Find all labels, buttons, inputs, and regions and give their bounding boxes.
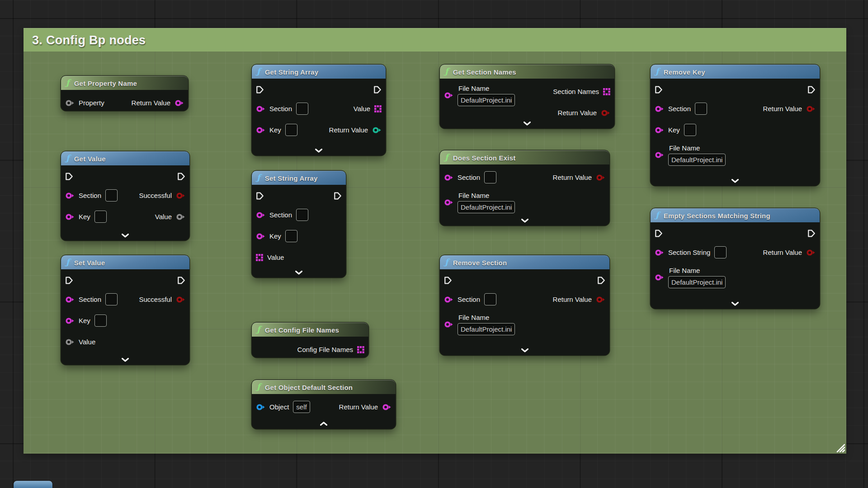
string-pin-icon[interactable] [444,92,453,99]
wildcard-pin-icon[interactable] [65,338,75,346]
node-header[interactable]: ƒRemove Section [440,255,609,269]
node-get-section-names[interactable]: ƒGet Section NamesFile NameDefaultProjec… [440,65,614,128]
node-get-property-name[interactable]: ƒGet Property NamePropertyReturn Value [61,76,188,111]
node-header[interactable]: ƒRemove Key [651,65,820,79]
pin-text-field[interactable]: DefaultProject.ini [458,323,515,335]
node-expander-button[interactable] [318,421,329,427]
exec-pin-icon[interactable] [373,85,382,94]
pin-text-field[interactable]: DefaultProject.ini [458,94,515,106]
exec-pin-icon[interactable] [177,172,185,181]
exec-pin-icon[interactable] [177,276,185,285]
string-pin-icon[interactable] [655,105,664,113]
pin-text-field[interactable] [94,314,107,327]
pin-text-field[interactable] [484,171,496,183]
string-pin-icon[interactable] [65,192,75,199]
string-pin-icon[interactable] [256,127,265,134]
pin-text-field[interactable] [684,124,696,136]
pin-text-field[interactable]: self [293,401,310,413]
node-header[interactable]: ƒSet Value [61,255,189,269]
pin-text-field[interactable] [296,209,308,221]
comment-header[interactable]: 3. Config Bp nodes [24,28,846,52]
node-expander-button[interactable] [519,218,530,223]
bool-pin-icon[interactable] [806,105,816,113]
node-set-value[interactable]: ƒSet ValueSectionKeyValueSuccessful [61,255,189,365]
exec-pin-icon[interactable] [655,229,663,238]
node-get-object-default-section[interactable]: ƒGet Object Default SectionObjectselfRet… [252,380,396,429]
node-get-config-file-names[interactable]: ƒGet Config File NamesConfig File Names [252,323,368,357]
pin-text-field[interactable]: DefaultProject.ini [668,276,726,288]
string-array-pin-icon[interactable] [603,88,610,95]
node-header[interactable]: ƒGet Property Name [61,76,188,90]
string-pin-icon[interactable] [444,199,453,206]
bool-pin-icon[interactable] [596,174,605,181]
partial-node-below[interactable] [14,481,52,488]
exec-pin-icon[interactable] [256,192,264,200]
node-expander-button[interactable] [519,347,530,353]
string-pin-icon[interactable] [444,296,453,303]
string-pin-icon[interactable] [175,99,184,107]
pin-text-field[interactable] [94,211,107,223]
string-pin-icon[interactable] [65,296,75,303]
node-expander-button[interactable] [120,233,131,238]
pin-text-field[interactable] [484,293,496,305]
wildcard-pin-icon[interactable] [65,99,75,107]
node-header[interactable]: ƒEmpty Sections Matching String [651,208,820,222]
node-header[interactable]: ƒGet Config File Names [252,323,368,337]
node-header[interactable]: ƒGet Object Default Section [252,380,396,394]
string-pin-icon[interactable] [655,151,664,159]
node-does-section-exist[interactable]: ƒDoes Section ExistSectionFile NameDefau… [440,150,609,225]
string-pin-icon[interactable] [65,213,75,221]
node-get-value[interactable]: ƒGet ValueSectionKeySuccessfulValue [61,151,189,240]
string-array-pin-icon[interactable] [256,254,263,261]
bool-pin-icon[interactable] [596,296,605,303]
node-header[interactable]: ƒSet String Array [252,171,346,185]
exec-pin-icon[interactable] [65,172,73,181]
node-set-string-array[interactable]: ƒSet String ArraySectionKeyValue [252,171,346,277]
node-header[interactable]: ƒGet Section Names [440,65,614,79]
node-expander-button[interactable] [730,301,741,306]
node-expander-button[interactable] [293,270,304,275]
teal-pin-icon[interactable] [372,127,382,134]
object-pin-icon[interactable] [256,404,265,411]
comment-resize-handle-icon[interactable] [835,442,845,452]
node-get-string-array[interactable]: ƒGet String ArraySectionKeyValueReturn V… [252,65,386,155]
exec-pin-icon[interactable] [655,85,663,94]
node-expander-button[interactable] [120,357,131,362]
string-pin-icon[interactable] [256,105,265,113]
string-pin-icon[interactable] [382,404,392,411]
pin-text-field[interactable]: DefaultProject.ini [458,201,515,213]
exec-pin-icon[interactable] [807,229,816,238]
string-pin-icon[interactable] [256,211,265,219]
blueprint-graph-canvas[interactable]: 3. Config Bp nodes ƒGet Property NamePro… [0,0,868,488]
node-header[interactable]: ƒGet Value [61,151,189,165]
node-header[interactable]: ƒDoes Section Exist [440,150,609,164]
node-expander-button[interactable] [313,148,324,153]
pin-text-field[interactable] [285,124,297,136]
node-remove-key[interactable]: ƒRemove KeySectionKeyFile NameDefaultPro… [651,65,820,186]
exec-pin-icon[interactable] [807,85,816,94]
node-header[interactable]: ƒGet String Array [252,65,386,79]
pin-text-field[interactable] [296,103,308,115]
pin-text-field[interactable] [695,103,707,115]
node-expander-button[interactable] [522,121,533,126]
exec-pin-icon[interactable] [444,276,452,285]
pin-text-field[interactable] [714,246,726,258]
pin-text-field[interactable] [105,293,118,305]
exec-pin-icon[interactable] [256,85,264,94]
node-empty-sections-matching-string[interactable]: ƒEmpty Sections Matching StringSection S… [651,208,820,309]
string-pin-icon[interactable] [655,274,664,281]
string-array-pin-icon[interactable] [374,105,382,113]
exec-pin-icon[interactable] [65,276,73,285]
bool-pin-icon[interactable] [176,192,185,199]
string-pin-icon[interactable] [655,249,664,256]
pin-text-field[interactable]: DefaultProject.ini [668,154,726,166]
exec-pin-icon[interactable] [334,192,342,200]
bool-pin-icon[interactable] [806,249,816,256]
node-remove-section[interactable]: ƒRemove SectionSectionFile NameDefaultPr… [440,255,609,355]
string-pin-icon[interactable] [65,317,75,324]
bool-pin-icon[interactable] [601,109,610,117]
exec-pin-icon[interactable] [597,276,605,285]
pin-text-field[interactable] [285,230,297,242]
string-pin-icon[interactable] [655,127,664,134]
string-pin-icon[interactable] [256,233,265,240]
